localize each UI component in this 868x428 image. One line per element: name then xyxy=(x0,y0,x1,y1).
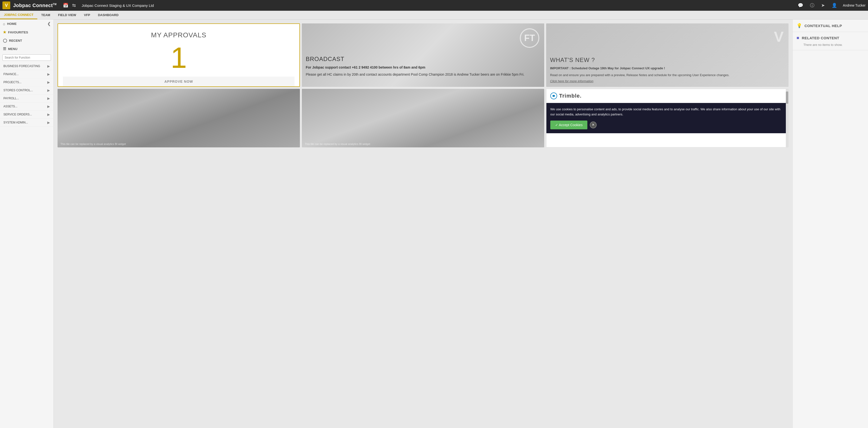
trimble-logo: Trimble. xyxy=(550,92,784,99)
arrow-icon: ▶ xyxy=(47,120,50,124)
whatsnew-link[interactable]: Click here for more information xyxy=(550,79,785,83)
subnav-dashboard[interactable]: DASHBOARD xyxy=(94,11,123,19)
menu-label: MENU xyxy=(8,47,17,51)
star-icon: ★ xyxy=(3,30,6,34)
sidebar-search-container xyxy=(0,53,53,62)
broadcast-text-body: Please get all HC claims in by 20th and … xyxy=(306,72,540,77)
trimble-logo-text: Trimble. xyxy=(559,93,582,99)
home-icon: ⌂ xyxy=(3,22,5,26)
sidebar-menu-payroll[interactable]: PAYROLL... ▶ xyxy=(0,94,53,103)
cookie-buttons: ✓ Accept Cookies ✕ xyxy=(550,120,784,129)
username: Andrew Tucker xyxy=(843,3,866,7)
tile-trimble: Trimble. We use cookies to personalise c… xyxy=(546,89,788,147)
sidebar-collapse-icon[interactable]: ❮ xyxy=(47,22,51,26)
related-content-label: RELATED CONTENT xyxy=(802,36,839,40)
approvals-count: 1 xyxy=(171,41,187,74)
cookie-close-button[interactable]: ✕ xyxy=(590,121,597,129)
broadcast-text-bold: For Jobpac support contact +61 2 9492 41… xyxy=(306,65,540,70)
arrow-icon: ▶ xyxy=(47,64,50,68)
home-label: HOME xyxy=(7,22,17,26)
related-content-section: ■ RELATED CONTENT There are no items to … xyxy=(793,32,868,50)
sidebar-item-menu[interactable]: ☰ MENU xyxy=(0,45,53,53)
subnav-jobpac-connect[interactable]: JOBPAC CONNECT xyxy=(0,11,37,19)
sidebar-menu-finance[interactable]: FINANCE... ▶ xyxy=(0,70,53,78)
cookie-popup: We use cookies to personalise content an… xyxy=(547,103,788,133)
tile-visual-1: This tile can be replaced by a visual an… xyxy=(58,89,300,147)
sidebar-item-favourites[interactable]: ★ FAVOURITES xyxy=(0,28,53,36)
tile-broadcast: FT BROADCAST For Jobpac support contact … xyxy=(302,23,544,87)
broadcast-logo-icon: FT xyxy=(520,28,539,48)
approvals-title: MY APPROVALS xyxy=(151,31,206,39)
help-icon[interactable]: ⓘ xyxy=(809,1,815,9)
sidebar-menu-service-orders[interactable]: SERVICE ORDERS... ▶ xyxy=(0,111,53,119)
arrow-icon: ▶ xyxy=(47,72,50,76)
app-title: Jobpac ConnectTM xyxy=(13,3,57,8)
arrow-icon: ▶ xyxy=(47,105,50,108)
contextual-help-label: CONTEXTUAL HELP xyxy=(805,24,842,28)
calendar-icon[interactable]: 📅 xyxy=(62,2,69,9)
favourites-label: FAVOURITES xyxy=(8,30,28,34)
recent-label: RECENT xyxy=(9,39,22,42)
trimble-scrollbar-thumb xyxy=(786,91,788,104)
whatsnew-text-bold: IMPORTANT : Scheduled Outage 19th May fo… xyxy=(550,66,785,71)
broadcast-header: BROADCAST xyxy=(306,56,540,62)
subnav-field-view[interactable]: FIELD VIEW xyxy=(54,11,80,19)
sidebar-menu-stores-control[interactable]: STORES CONTROL... ▶ xyxy=(0,86,53,94)
main-layout: ⌂ HOME ❮ ★ FAVOURITES ◯ RECENT ☰ MENU BU… xyxy=(0,20,868,428)
subnav-team[interactable]: TEAM xyxy=(37,11,54,19)
sidebar-menu-system-admin[interactable]: SYSTEM ADMIN... ▶ xyxy=(0,119,53,126)
lightbulb-icon: 💡 xyxy=(797,23,802,28)
broadcast-content: BROADCAST For Jobpac support contact +61… xyxy=(302,52,544,81)
tile-approvals[interactable]: MY APPROVALS 1 APPROVE NOW xyxy=(58,23,300,87)
related-content-empty: There are no items to show. xyxy=(797,40,864,47)
cookie-text: We use cookies to personalise content an… xyxy=(550,107,784,117)
menu-icon: ☰ xyxy=(3,47,6,51)
sidebar-item-recent[interactable]: ◯ RECENT xyxy=(0,36,53,45)
sidebar: ⌂ HOME ❮ ★ FAVOURITES ◯ RECENT ☰ MENU BU… xyxy=(0,20,54,428)
user-icon[interactable]: 👤 xyxy=(831,2,838,9)
shuffle-icon[interactable]: ⇆ xyxy=(71,2,77,9)
sidebar-menu-business-forecasting[interactable]: BUSINESS FORECASTING ▶ xyxy=(0,62,53,70)
trimble-logo-icon xyxy=(550,92,557,99)
arrow-icon: ▶ xyxy=(47,88,50,92)
contextual-help-section: 💡 CONTEXTUAL HELP xyxy=(793,20,868,32)
contextual-help-header: 💡 CONTEXTUAL HELP xyxy=(797,23,864,28)
trimble-header: Trimble. xyxy=(547,89,788,103)
approve-now-button[interactable]: APPROVE NOW xyxy=(63,77,294,86)
accept-cookies-button[interactable]: ✓ Accept Cookies xyxy=(550,120,587,129)
top-bar-right: 💬 ⓘ ➤ 👤 Andrew Tucker xyxy=(797,1,866,9)
chat-icon[interactable]: 💬 xyxy=(797,2,804,9)
sidebar-menu-assets[interactable]: ASSETS... ▶ xyxy=(0,103,53,111)
login-icon[interactable]: ➤ xyxy=(820,2,826,9)
subnav-vfp[interactable]: VFP xyxy=(80,11,94,19)
trimble-scrollbar[interactable] xyxy=(786,89,788,147)
arrow-icon: ▶ xyxy=(47,96,50,100)
content-area: MY APPROVALS 1 APPROVE NOW FT BROADCAST … xyxy=(54,20,793,428)
whatsnew-content: WHAT'S NEW ? IMPORTANT : Scheduled Outag… xyxy=(546,53,788,87)
tiles-grid: MY APPROVALS 1 APPROVE NOW FT BROADCAST … xyxy=(58,23,788,147)
visual1-footer: This tile can be replaced by a visual an… xyxy=(58,141,129,147)
whatsnew-text-body: Read on and ensure you are prepared with… xyxy=(550,73,785,78)
app-logo: V xyxy=(2,1,10,9)
top-bar: V Jobpac ConnectTM 📅 ⇆ Jobpac Connect St… xyxy=(0,0,868,11)
tile-whatsnew: V WHAT'S NEW ? IMPORTANT : Scheduled Out… xyxy=(546,23,788,87)
sidebar-menu-projects[interactable]: PROJECTS... ▶ xyxy=(0,78,53,86)
arrow-icon: ▶ xyxy=(47,80,50,84)
top-bar-icons: 📅 ⇆ xyxy=(62,2,77,9)
clock-icon: ◯ xyxy=(3,38,7,43)
whatsnew-header: WHAT'S NEW ? xyxy=(550,57,785,63)
whatsnew-v-logo: V xyxy=(774,28,784,45)
visual2-footer: This tile can be replaced by a visual an… xyxy=(302,141,373,147)
tile-visual-2: This tile can be replaced by a visual an… xyxy=(302,89,544,147)
related-content-header: ■ RELATED CONTENT xyxy=(797,35,864,40)
right-panel: 💡 CONTEXTUAL HELP ■ RELATED CONTENT Ther… xyxy=(793,20,868,428)
sub-nav: JOBPAC CONNECT TEAM FIELD VIEW VFP DASHB… xyxy=(0,11,868,20)
related-content-icon: ■ xyxy=(797,35,799,40)
sidebar-item-home[interactable]: ⌂ HOME ❮ xyxy=(0,20,53,28)
arrow-icon: ▶ xyxy=(47,113,50,116)
company-name: Jobpac Connect Staging & UX Company Ltd xyxy=(82,3,154,7)
search-input[interactable] xyxy=(2,54,51,61)
